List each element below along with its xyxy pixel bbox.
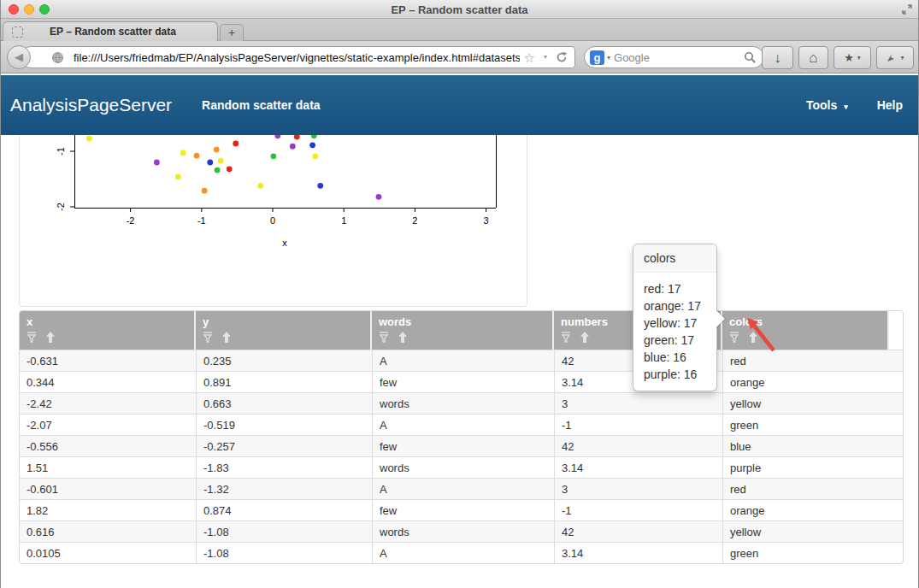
scatter-point [214, 147, 220, 153]
filter-icon[interactable] [27, 332, 37, 343]
sort-icon[interactable] [398, 332, 408, 343]
table-cell: -0.257 [196, 435, 372, 456]
table-cell: words [372, 392, 554, 414]
table-row: 0.3440.891few3.14orange [20, 371, 903, 392]
filter-icon[interactable] [729, 332, 739, 343]
scatter-point [309, 142, 315, 148]
column-header-words[interactable]: words [372, 311, 554, 350]
table-cell: orange [722, 499, 889, 520]
table-cell: -1.83 [196, 456, 372, 478]
table-cell: blue [722, 435, 889, 456]
table-cell: A [372, 478, 554, 499]
help-menu[interactable]: Help [877, 98, 903, 112]
home-button[interactable]: ⌂ [798, 46, 828, 69]
header-filler-cell [889, 311, 903, 350]
fullscreen-expand-icon[interactable] [901, 3, 913, 15]
column-header-y[interactable]: y [196, 311, 372, 350]
table-cell: -1 [554, 414, 722, 435]
row-filler-cell [889, 542, 903, 563]
scatter-plot: -2-10123 -1-2 x [20, 135, 527, 305]
table-cell: 1.82 [20, 499, 196, 520]
new-tab-button[interactable]: + [220, 24, 244, 41]
bookmarks-menu-button[interactable]: ★ ▾ [834, 46, 871, 69]
table-cell: 3.14 [554, 542, 722, 563]
search-engine-dropdown-icon[interactable]: ▾ [607, 54, 610, 62]
url-dropdown-icon[interactable]: ▾ [544, 54, 547, 61]
table-cell: A [372, 350, 554, 371]
search-placeholder: Google [614, 51, 744, 64]
table-cell: -0.601 [20, 478, 196, 499]
scatter-point [313, 153, 319, 159]
row-filler-cell [889, 499, 903, 520]
url-bar[interactable]: file:///Users/friedmab/EP/AnalysisPageSe… [20, 46, 575, 68]
nav-page-title[interactable]: Random scatter data [202, 98, 320, 112]
brand-link[interactable]: AnalysisPageServer [10, 95, 172, 115]
addon-icon [886, 53, 896, 63]
table-cell: yellow [722, 392, 889, 414]
search-bar[interactable]: g ▾ Google [584, 46, 764, 68]
table-row: -2.420.663words3yellow [20, 392, 903, 414]
popover-content: red: 17orange: 17yellow: 17green: 17blue… [633, 273, 716, 391]
browser-window: EP – Random scatter data EP – Random sca… [0, 0, 919, 588]
scatter-point [317, 183, 323, 189]
table-row: -2.07-0.519A-1green [20, 414, 903, 435]
scatter-point [294, 135, 300, 140]
tools-menu[interactable]: Tools ▾ [806, 98, 848, 112]
sort-icon[interactable] [45, 332, 56, 343]
addon-menu-button[interactable]: ▾ [876, 46, 914, 69]
tools-caret-icon: ▾ [844, 103, 848, 111]
tab-ep-random-scatter-data[interactable]: EP – Random scatter data [3, 21, 218, 41]
table-cell: yellow [722, 520, 889, 542]
table-cell: words [372, 520, 554, 542]
scatter-point [227, 166, 233, 172]
filter-icon[interactable] [203, 332, 213, 343]
magnifier-icon[interactable] [744, 51, 757, 64]
popover-item: red: 17 [644, 280, 706, 297]
table-cell: -0.519 [196, 414, 372, 435]
window-title: EP – Random scatter data [1, 3, 918, 16]
x-axis-ticks: -2-10123 [127, 208, 489, 226]
sort-icon[interactable] [580, 332, 590, 343]
table-cell: -1.08 [196, 520, 372, 542]
table-row: 1.51-1.83words3.14purple [20, 456, 903, 478]
scatter-point [207, 160, 213, 166]
globe-icon [51, 51, 64, 64]
table-cell: -1 [554, 499, 722, 520]
url-text: file:///Users/friedmab/EP/AnalysisPageSe… [74, 51, 520, 64]
popover-item: orange: 17 [644, 297, 706, 315]
scatter-point [270, 153, 276, 159]
svg-text:-2: -2 [56, 203, 66, 211]
table-cell: few [372, 435, 554, 456]
sort-icon[interactable] [221, 332, 232, 343]
table-cell: purple [722, 456, 889, 478]
popover-item: yellow: 17 [644, 315, 706, 332]
scatter-plot-panel: -2-10123 -1-2 x [19, 135, 527, 307]
table-cell: -1.08 [196, 542, 372, 563]
popover-item: green: 17 [644, 332, 706, 349]
scatter-point [257, 183, 263, 189]
reload-icon[interactable] [556, 51, 568, 63]
back-button[interactable]: ◀ [7, 45, 31, 69]
filter-icon[interactable] [561, 332, 571, 343]
google-engine-icon[interactable]: g [590, 50, 604, 65]
colors-summary-popover: colors red: 17orange: 17yellow: 17green:… [633, 244, 717, 391]
scatter-point [202, 188, 208, 194]
bookmark-star-icon[interactable]: ☆ [524, 51, 535, 64]
bookmarks-caret-icon: ▾ [857, 54, 861, 62]
table-cell: 0.0105 [20, 542, 196, 563]
table-cell: -0.631 [20, 350, 196, 371]
table-row: -0.556-0.257few42blue [20, 435, 903, 456]
scatter-point [233, 141, 239, 147]
svg-text:-1: -1 [56, 147, 66, 156]
row-filler-cell [889, 414, 903, 435]
svg-text:-2: -2 [127, 215, 135, 226]
tab-bar: EP – Random scatter data + [1, 19, 918, 41]
red-annotation-arrow-icon [739, 311, 782, 356]
table-cell: 3.14 [554, 456, 722, 478]
table-cell: red [722, 478, 889, 499]
column-header-x[interactable]: x [20, 311, 196, 350]
table-cell: 3 [554, 392, 722, 414]
download-button[interactable]: ↓ [762, 46, 793, 69]
filter-icon[interactable] [379, 332, 389, 343]
table-cell: A [372, 414, 554, 435]
